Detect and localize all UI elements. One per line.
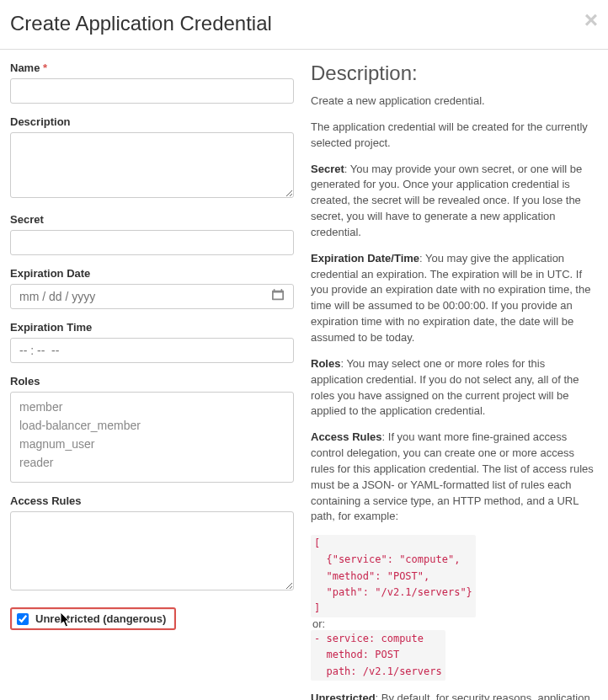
name-group: Name *	[10, 61, 294, 104]
role-option[interactable]: magnum_user	[11, 435, 293, 453]
roles-label: Roles	[10, 375, 294, 387]
description-label: Description	[10, 115, 294, 128]
expiration-date-input[interactable]	[10, 284, 294, 309]
help-unrestricted: Unrestricted: By default, for security r…	[311, 691, 596, 700]
access-rules-group: Access Rules	[10, 494, 294, 594]
access-rules-label: Access Rules	[10, 494, 294, 507]
secret-input[interactable]	[10, 230, 294, 255]
roles-select[interactable]: member load-balancer_member magnum_user …	[10, 392, 294, 483]
help-or: or:	[312, 617, 596, 630]
expiration-time-group: Expiration Time	[10, 321, 294, 363]
help-roles: Roles: You may select one or more roles …	[311, 356, 596, 419]
role-option[interactable]: member	[11, 398, 293, 416]
expiration-date-group: Expiration Date	[10, 267, 294, 309]
description-group: Description	[10, 115, 294, 201]
help-secret: Secret: You may provide your own secret,…	[311, 162, 596, 241]
code-yaml: - service: compute method: POST path: /v…	[311, 630, 596, 681]
roles-group: Roles member load-balancer_member magnum…	[10, 375, 294, 483]
expiration-time-label: Expiration Time	[10, 321, 294, 334]
description-textarea[interactable]	[10, 132, 294, 198]
unrestricted-label: Unrestricted (dangerous)	[35, 612, 166, 625]
expiration-date-label: Expiration Date	[10, 267, 294, 280]
name-input[interactable]	[10, 78, 294, 104]
form-column: Name * Description Secret Expiration Dat…	[0, 61, 304, 700]
help-column: Description: Create a new application cr…	[304, 61, 608, 700]
help-access-rules: Access Rules: If you want more fine-grai…	[311, 430, 596, 525]
close-icon[interactable]: ×	[584, 8, 598, 32]
code-json: [ {"service": "compute", "method": "POST…	[311, 535, 596, 617]
help-project-note: The application credential will be creat…	[311, 120, 596, 152]
required-asterisk: *	[43, 61, 47, 74]
expiration-time-input[interactable]	[10, 338, 294, 363]
access-rules-textarea[interactable]	[10, 511, 294, 590]
role-option[interactable]: reader	[11, 453, 293, 472]
unrestricted-checkbox[interactable]	[17, 613, 29, 625]
secret-group: Secret	[10, 213, 294, 255]
modal-body: Name * Description Secret Expiration Dat…	[0, 50, 608, 700]
help-intro: Create a new application credential.	[311, 94, 596, 110]
help-heading: Description:	[311, 61, 596, 85]
modal-header: Create Application Credential ×	[0, 0, 608, 50]
role-option[interactable]: load-balancer_member	[11, 416, 293, 435]
name-label: Name *	[10, 61, 294, 74]
help-expiration: Expiration Date/Time: You may give the a…	[311, 251, 596, 346]
secret-label: Secret	[10, 213, 294, 226]
unrestricted-checkbox-row[interactable]: Unrestricted (dangerous)	[10, 607, 176, 630]
modal-title: Create Application Credential	[10, 12, 272, 35]
